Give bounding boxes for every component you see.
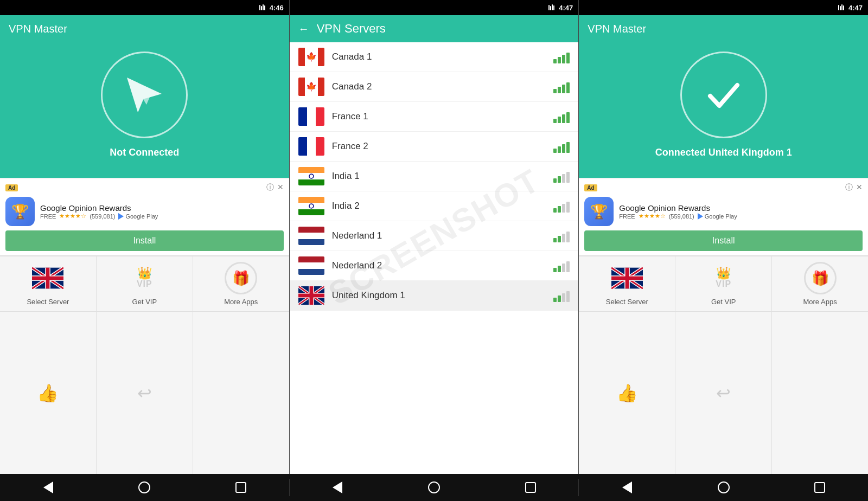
svg-rect-18 [552,4,553,10]
nav-segment-right [579,479,868,496]
ad-content-right: 🏆 Google Opinion Rewards FREE ★★★★☆ (559… [584,197,863,226]
google-play-label-right: Google Play [705,213,737,220]
ad-app-name-left: Google Opinion Rewards [40,203,284,213]
ad-play-logo-left: Google Play [118,213,158,220]
thumb-icon-right: 👍 [616,383,638,403]
uk-flag-icon-left [31,262,64,294]
plane-icon [123,73,166,117]
vpn-status-circle-right[interactable] [680,52,767,138]
vip-text-left: VIP [137,279,152,289]
signal-nederland1 [553,229,570,242]
ad-close-right[interactable]: ✕ [856,183,863,192]
back-triangle-middle [333,481,342,493]
uk-flag-icon-right [611,262,643,294]
home-btn-middle[interactable] [425,479,443,496]
servers-list[interactable]: 🍁 Canada 1 🍁 [290,42,579,474]
get-vip-item-left[interactable]: 👑 VIP Get VIP [97,256,193,311]
get-vip-label-right: Get VIP [711,298,736,306]
more-apps-item-right[interactable]: 🎁 More Apps [772,256,868,311]
share-icon-right: ↩ [716,383,731,403]
back-btn-right[interactable] [618,479,636,496]
screen-left: 4:46 VPN Master Not Connected [0,0,290,474]
home-btn-right[interactable] [715,479,732,496]
svg-rect-47 [298,269,324,275]
svg-rect-42 [298,227,324,233]
server-name-nederland1: Nederland 1 [332,230,554,241]
time-right: 4:47 [848,4,863,12]
flag-nederland2 [298,256,324,275]
ad-content-left: 🏆 Google Opinion Rewards FREE ★★★★☆ (559… [5,197,284,226]
vip-icon-left: 👑 VIP [128,262,161,294]
back-button[interactable]: ← [298,23,309,35]
ad-install-button-right[interactable]: Install [584,230,863,251]
signal-canada1 [553,50,570,63]
server-nederland1[interactable]: Nederland 1 [290,221,579,251]
recent-btn-left[interactable] [232,479,250,496]
flag-canada1: 🍁 [298,48,324,66]
select-server-item-left[interactable]: Select Server [0,256,97,311]
more-apps-item-left[interactable]: 🎁 More Apps [193,256,289,311]
back-btn-middle[interactable] [329,479,346,496]
recent-btn-right[interactable] [811,479,828,496]
svg-rect-0 [259,5,260,10]
server-name-uk1: United Kingdom 1 [332,290,554,301]
select-server-item-right[interactable]: Select Server [579,256,675,311]
back-triangle-left [43,481,53,493]
ad-info-right[interactable]: ⓘ [845,183,853,192]
status-icons-left [259,4,267,11]
vip-text-right: VIP [716,279,731,289]
server-france1[interactable]: France 1 [290,102,579,132]
server-name-france2: France 2 [332,141,554,152]
ad-label-right: Ad [584,184,597,191]
ad-info-left[interactable]: ⓘ [266,183,274,192]
status-segment-middle: 4:47 [290,0,579,15]
server-name-canada2: Canada 2 [332,81,554,92]
status-segment-right: 4:47 [579,0,868,15]
empty-item-right [772,312,868,474]
svg-rect-40 [298,209,324,215]
flag-uk1 [298,286,324,305]
ad-install-button-left[interactable]: Install [5,230,284,251]
recent-btn-middle[interactable] [522,479,539,496]
partial-bottom-right: 👍 ↩ [579,311,868,474]
signal-india1 [553,170,570,183]
vip-badge-left: 👑 VIP [129,262,160,294]
svg-rect-45 [298,256,324,262]
get-vip-item-right[interactable]: 👑 VIP Get VIP [675,256,772,311]
svg-rect-69 [625,268,629,289]
vpn-status-circle-left[interactable] [101,52,188,138]
server-uk1[interactable]: United Kingdom 1 [290,281,579,311]
svg-rect-57 [838,5,839,10]
ad-text-left: Google Opinion Rewards FREE ★★★★☆ (559,0… [40,203,284,220]
ad-close-left[interactable]: ✕ [277,183,284,192]
ad-text-right: Google Opinion Rewards FREE ★★★★☆ (559,0… [619,203,863,220]
ad-banner-right: Ad ⓘ ✕ 🏆 Google Opinion Rewards FREE ★★★… [579,178,868,256]
vpn-circle-area-left: Not Connected [9,46,280,167]
ad-free-right: FREE [619,213,635,220]
svg-rect-34 [298,167,324,173]
server-canada2[interactable]: 🍁 Canada 2 [290,72,579,102]
svg-rect-3 [264,5,265,10]
server-india1[interactable]: India 1 [290,162,579,191]
gift-icon-left: 🎁 [225,262,257,294]
ad-meta-right: FREE ★★★★☆ (559,081) Google Play [619,213,863,220]
svg-rect-36 [298,179,324,185]
home-btn-left[interactable] [136,479,153,496]
share-item-right: ↩ [675,312,772,474]
server-name-france1: France 1 [332,111,554,122]
server-france2[interactable]: France 2 [290,132,579,162]
server-nederland2[interactable]: Nederland 2 [290,251,579,281]
svg-rect-29 [307,107,316,126]
svg-rect-60 [843,5,844,10]
signal-france2 [553,140,570,153]
google-play-label-left: Google Play [125,213,158,220]
vip-badge-right: 👑 VIP [708,262,739,294]
back-btn-left[interactable] [40,479,57,496]
svg-rect-43 [298,233,324,239]
status-segment-left: 4:46 [0,0,289,15]
servers-header: ← VPN Servers [290,15,579,42]
gift-symbol-right: 🎁 [812,270,829,287]
server-india2[interactable]: India 2 [290,191,579,221]
server-canada1[interactable]: 🍁 Canada 1 [290,42,579,72]
nav-icons-right: Select Server 👑 VIP Get VIP 🎁 [579,256,868,311]
